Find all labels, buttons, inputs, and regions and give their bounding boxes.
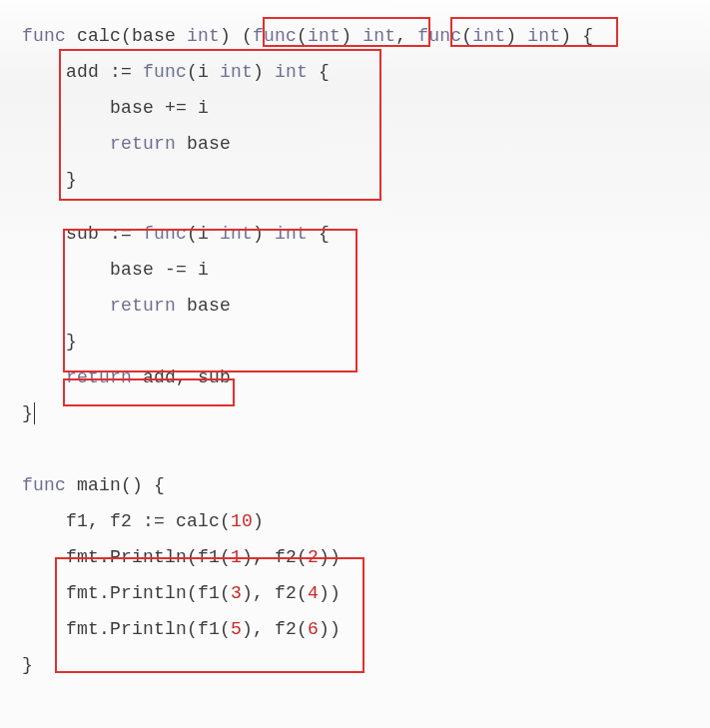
code-text: (: [297, 26, 308, 46]
code-text: fmt.Println(f1(: [22, 547, 231, 567]
keyword-func: func: [143, 62, 187, 82]
code-line: }: [22, 324, 710, 360]
code-line: add := func(i int) int {: [22, 54, 710, 90]
keyword-func: func: [143, 224, 187, 244]
keyword-func: func: [417, 26, 461, 46]
number-literal: 6: [308, 619, 319, 639]
code-text: (: [461, 26, 472, 46]
code-line: return add, sub: [22, 360, 710, 395]
code-text: ), f2(: [242, 583, 308, 603]
keyword-return: return: [66, 367, 132, 387]
number-literal: 10: [231, 511, 253, 531]
text-cursor: [34, 402, 35, 424]
code-text: ): [253, 224, 275, 244]
code-text: {: [308, 224, 330, 244]
code-text: add, sub: [132, 367, 231, 387]
keyword-func: func: [253, 26, 297, 46]
code-line: base -= i: [22, 252, 710, 288]
code-text: sub :=: [22, 224, 143, 244]
code-text: [22, 296, 110, 316]
blank-line: [22, 449, 710, 467]
code-line: fmt.Println(f1(3), f2(4)): [22, 575, 710, 611]
code-text: main() {: [66, 475, 165, 495]
type-int: int: [220, 62, 253, 82]
keyword-return: return: [110, 134, 176, 154]
blank-line: [22, 198, 710, 216]
code-text: }: [22, 332, 77, 352]
code-line: return base: [22, 288, 710, 324]
code-text: base -= i: [22, 260, 209, 280]
keyword-return: return: [110, 296, 176, 316]
type-int: int: [472, 26, 505, 46]
number-literal: 4: [308, 583, 319, 603]
code-text: )): [319, 619, 341, 639]
code-text: )): [319, 583, 341, 603]
code-line: }: [22, 395, 710, 431]
blank-line: [22, 431, 710, 449]
code-line: f1, f2 := calc(10): [22, 503, 710, 539]
code-text: }: [22, 403, 33, 423]
code-text: ) (: [220, 26, 253, 46]
code-line: }: [22, 162, 710, 198]
code-line: }: [22, 647, 710, 683]
number-literal: 3: [231, 583, 242, 603]
code-text: ): [253, 62, 275, 82]
code-text: [22, 367, 66, 387]
number-literal: 5: [231, 619, 242, 639]
code-line: fmt.Println(f1(1), f2(2)): [22, 539, 710, 575]
code-text: f1, f2 := calc(: [22, 511, 231, 531]
code-text: fmt.Println(f1(: [22, 583, 231, 603]
code-line: base += i: [22, 90, 710, 126]
code-text: ) {: [560, 26, 593, 46]
code-text: ), f2(: [242, 619, 308, 639]
code-text: {: [308, 62, 330, 82]
type-int: int: [308, 26, 341, 46]
keyword-func: func: [22, 475, 66, 495]
code-text: base: [176, 296, 231, 316]
code-text: ), f2(: [242, 547, 308, 567]
code-text: }: [22, 655, 33, 675]
code-text: )): [319, 547, 341, 567]
keyword-func: func: [22, 26, 66, 46]
type-int: int: [527, 26, 560, 46]
code-line: func main() {: [22, 467, 710, 503]
type-int: int: [275, 62, 308, 82]
code-block: func calc(base int) (func(int) int, func…: [0, 0, 710, 683]
code-line: fmt.Println(f1(5), f2(6)): [22, 611, 710, 647]
code-text: ): [253, 511, 264, 531]
code-line: sub := func(i int) int {: [22, 216, 710, 252]
code-line: return base: [22, 126, 710, 162]
type-int: int: [220, 224, 253, 244]
type-int: int: [362, 26, 395, 46]
code-text: fmt.Println(f1(: [22, 619, 231, 639]
code-text: calc(base: [66, 26, 187, 46]
code-text: (i: [187, 62, 220, 82]
type-int: int: [187, 26, 220, 46]
number-literal: 2: [308, 547, 319, 567]
code-text: base += i: [22, 98, 209, 118]
code-text: }: [22, 170, 77, 190]
code-text: (i: [187, 224, 220, 244]
code-text: add :=: [22, 62, 143, 82]
code-text: ): [341, 26, 362, 46]
code-text: ): [505, 26, 527, 46]
number-literal: 1: [231, 547, 242, 567]
code-text: ,: [395, 26, 417, 46]
code-line: func calc(base int) (func(int) int, func…: [22, 18, 710, 54]
type-int: int: [275, 224, 308, 244]
code-text: [22, 134, 110, 154]
code-text: base: [176, 134, 231, 154]
